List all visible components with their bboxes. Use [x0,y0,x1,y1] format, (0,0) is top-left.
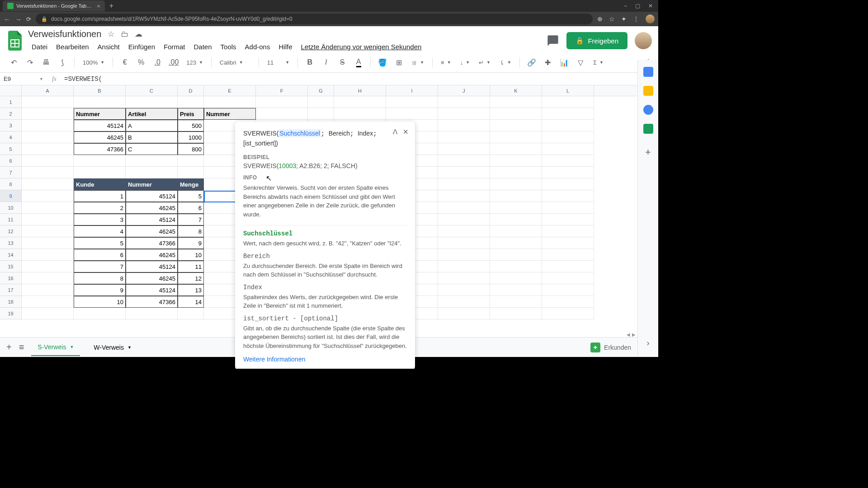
close-tooltip-icon[interactable]: ✕ [403,128,409,136]
row-header[interactable]: 7 [0,167,22,178]
cell[interactable] [438,237,490,249]
cell[interactable] [542,108,594,120]
cell[interactable] [74,96,126,108]
cell[interactable] [438,190,490,202]
row-header[interactable]: 18 [0,296,22,308]
sheet-tab-menu-icon[interactable]: ▼ [127,345,132,350]
account-avatar[interactable] [635,32,652,49]
cell[interactable] [542,284,594,296]
minimize-icon[interactable]: – [624,3,627,9]
cell[interactable]: 45124 [74,120,126,131]
cell[interactable]: 45124 [126,190,178,202]
row-header[interactable]: 10 [0,202,22,214]
cell[interactable]: 47366 [74,143,126,155]
row-header[interactable]: 3 [0,120,22,131]
cell[interactable]: 10 [178,249,204,261]
cell[interactable] [438,167,490,178]
cell[interactable]: Nummer [74,108,126,120]
cell[interactable]: 45124 [126,284,178,296]
col-header-C[interactable]: C [126,85,178,96]
cell[interactable] [22,155,74,167]
cell[interactable] [22,284,74,296]
cell[interactable] [22,190,74,202]
cell[interactable] [22,237,74,249]
cell[interactable]: 46245 [74,131,126,143]
fill-color-icon[interactable]: 🪣 [376,56,389,69]
paint-format-icon[interactable]: ⟆ [56,56,69,69]
cell[interactable] [438,272,490,284]
cell[interactable] [490,249,542,261]
cell[interactable]: 5 [178,190,204,202]
cell[interactable] [386,108,438,120]
cell[interactable]: 14 [178,296,204,308]
cell[interactable] [308,108,334,120]
cell[interactable] [74,167,126,178]
cell[interactable]: 9 [74,284,126,296]
cell[interactable] [542,190,594,202]
cell[interactable] [490,131,542,143]
doc-title[interactable]: Verweisfunktionen [28,29,101,39]
cell[interactable] [438,308,490,319]
cell[interactable]: 47366 [126,296,178,308]
cell[interactable] [490,108,542,120]
strike-icon[interactable]: S [336,56,349,69]
cell[interactable] [438,120,490,131]
row-header[interactable]: 12 [0,225,22,237]
add-sheet-icon[interactable]: + [6,342,12,352]
cell[interactable] [22,167,74,178]
menu-data[interactable]: Daten [190,41,216,52]
fontsize-select[interactable]: 11▼ [264,59,292,66]
col-header-D[interactable]: D [178,85,204,96]
cell[interactable]: 7 [178,214,204,225]
cell[interactable]: 11 [178,261,204,272]
cell[interactable]: 46245 [126,249,178,261]
cell[interactable]: B [126,131,178,143]
cell[interactable]: Preis [178,108,204,120]
cell[interactable]: 2 [74,202,126,214]
browser-profile-avatar[interactable] [646,14,655,23]
browser-tab[interactable]: Verweisfunktionen - Google Tab… × [3,0,105,11]
cell[interactable] [438,143,490,155]
cell[interactable] [542,237,594,249]
cell[interactable] [490,272,542,284]
cell[interactable] [22,120,74,131]
menu-view[interactable]: Ansicht [94,41,123,52]
close-window-icon[interactable]: ✕ [648,3,653,9]
sheet-tab-s-verweis[interactable]: S-Verweis ▼ [31,339,80,356]
cell[interactable] [438,131,490,143]
col-header-K[interactable]: K [490,85,542,96]
row-header[interactable]: 15 [0,261,22,272]
dec-increase-icon[interactable]: .00 [167,56,180,69]
cell[interactable]: 45124 [126,261,178,272]
close-tab-icon[interactable]: × [97,3,100,9]
cell[interactable]: Nummer [126,178,178,190]
col-header-L[interactable]: L [542,85,594,96]
reload-icon[interactable]: ⟳ [26,16,31,23]
url-field[interactable]: 🔒 docs.google.com/spreadsheets/d/1RW5vYM… [36,14,593,24]
cell[interactable] [126,167,178,178]
cell[interactable]: 12 [178,272,204,284]
cell[interactable] [438,249,490,261]
name-box-dropdown-icon[interactable]: ▼ [39,77,43,81]
cell[interactable]: 500 [178,120,204,131]
cell[interactable] [490,167,542,178]
contacts-icon[interactable] [643,124,653,134]
cell[interactable] [126,308,178,319]
cell[interactable] [542,214,594,225]
row-header[interactable]: 8 [0,178,22,190]
cell[interactable]: 1000 [178,131,204,143]
cell[interactable]: 1 [74,190,126,202]
chart-icon[interactable]: 📊 [558,56,571,69]
cell[interactable] [542,296,594,308]
star-doc-icon[interactable]: ☆ [108,29,114,39]
tasks-icon[interactable] [643,105,653,115]
cell[interactable] [542,96,594,108]
maximize-icon[interactable]: ▢ [635,3,640,9]
cell[interactable] [126,96,178,108]
cell[interactable]: 45124 [126,214,178,225]
last-edit-link[interactable]: Letzte Änderung vor wenigen Sekunden [297,41,425,52]
redo-icon[interactable]: ↷ [24,56,36,69]
comment-icon[interactable]: ✚ [542,56,554,69]
cell[interactable] [490,178,542,190]
cell[interactable] [542,178,594,190]
